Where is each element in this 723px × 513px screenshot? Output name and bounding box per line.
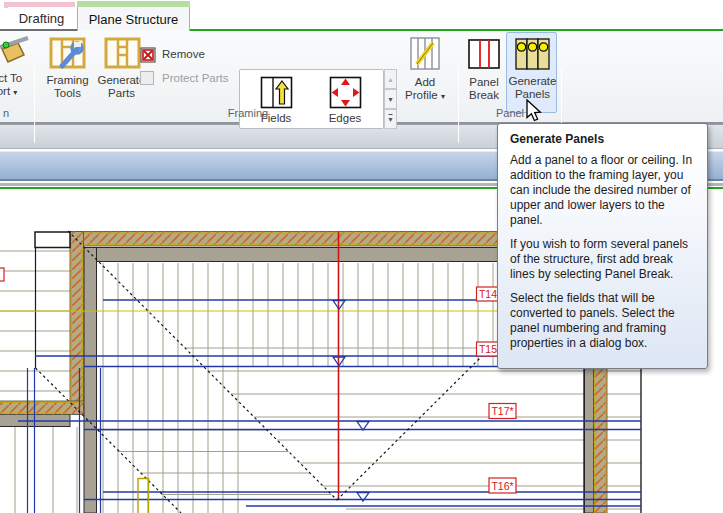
left-wall xyxy=(70,232,84,415)
framing-tools-icon xyxy=(49,35,86,72)
edges-button[interactable]: Edges xyxy=(312,72,378,128)
generate-panels-tooltip: Generate Panels Add a panel to a floor o… xyxy=(497,123,708,369)
yellow-opening-outline xyxy=(138,479,149,513)
dropdown-arrow-icon: ▾ xyxy=(13,88,17,97)
checkbox-icon xyxy=(140,71,154,85)
framing-tools-button[interactable]: Framing Tools xyxy=(40,33,95,109)
truss-label-clipped xyxy=(0,268,4,281)
edges-icon xyxy=(329,76,362,109)
fields-button[interactable]: Fields xyxy=(248,72,304,128)
framing-group-label: Framing xyxy=(198,107,298,119)
fields-icon xyxy=(260,76,293,109)
generate-parts-icon xyxy=(104,35,141,72)
separator xyxy=(34,67,35,143)
gallery-scroll-down-button[interactable]: ▾ xyxy=(384,89,397,109)
tooltip-paragraph-3: Select the fields that will be converted… xyxy=(510,291,696,351)
truss-label-t17[interactable]: T17* xyxy=(489,404,516,419)
dropdown-arrow-icon: ▾ xyxy=(441,92,445,101)
gallery-scroll-up-button[interactable]: ▴ xyxy=(384,69,397,89)
gallery-more-button[interactable]: ▾ xyxy=(384,109,397,129)
gallery-scroll-strip: ▴ ▾ ▾ xyxy=(384,69,397,129)
add-profile-button[interactable]: Add Profile ▾ xyxy=(400,33,450,109)
tooltip-title: Generate Panels xyxy=(510,132,696,146)
panel-group-label: Panel xyxy=(460,107,560,119)
clipped-report-button[interactable]: ect To ort ▾ xyxy=(0,33,34,111)
framing-gallery: Fields Edges xyxy=(239,69,384,129)
generate-panels-icon xyxy=(515,38,551,70)
mouse-cursor xyxy=(522,98,544,124)
ribbon: ect To ort ▾ n Framing Tools xyxy=(0,31,723,124)
tab-plane-structure[interactable]: Plane Structure xyxy=(77,7,190,31)
protect-parts-checkbox[interactable]: Protect Parts xyxy=(140,71,240,89)
remove-icon xyxy=(140,47,156,63)
separator xyxy=(458,67,459,143)
add-profile-icon xyxy=(410,37,440,70)
truss-label-t16[interactable]: T16* xyxy=(489,478,516,493)
svg-text:T16*: T16* xyxy=(491,480,513,492)
remove-button[interactable]: Remove xyxy=(140,47,230,65)
tab-bar: Drafting Plane Structure xyxy=(0,0,723,31)
panel-break-icon xyxy=(468,39,500,69)
tooltip-paragraph-2: If you wish to form several panels of th… xyxy=(510,237,696,282)
clipped-group-label: n xyxy=(0,107,12,119)
wall-opening xyxy=(35,232,70,248)
panel-break-button[interactable]: Panel Break xyxy=(462,33,506,109)
svg-text:T17*: T17* xyxy=(491,405,513,417)
tab-drafting[interactable]: Drafting xyxy=(8,7,75,30)
app-window: T14* T15* T17* T16* Drafting Plane Struc… xyxy=(0,0,723,513)
report-icon xyxy=(0,35,32,71)
tooltip-paragraph-1: Add a panel to a floor or ceiling. In ad… xyxy=(510,153,696,228)
